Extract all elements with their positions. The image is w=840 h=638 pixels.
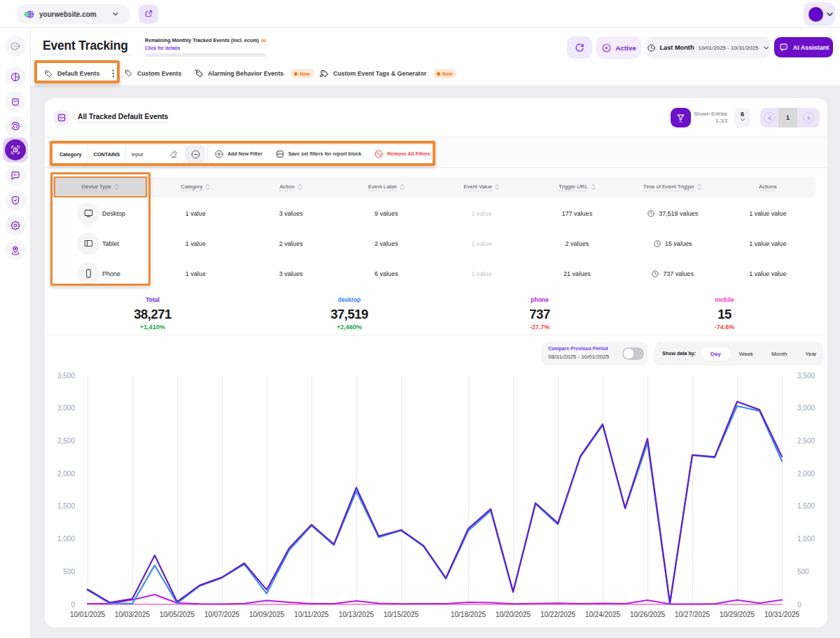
current-page[interactable]: 1 — [778, 108, 797, 127]
filter-chip[interactable]: Category CONTAINS input — [53, 144, 186, 164]
site-logo-icon — [24, 9, 34, 20]
user-menu[interactable] — [804, 2, 835, 26]
column-header[interactable]: Trigger URL — [529, 176, 624, 197]
remaining-label: Remaining Monthly Tracked Events (incl. … — [145, 37, 259, 43]
domain-label: yourwebsite.com — [39, 11, 112, 18]
sidebar-item-privacy[interactable] — [5, 190, 26, 211]
sort-icon[interactable] — [495, 183, 500, 190]
page-size-selector[interactable]: 6 — [734, 108, 750, 127]
clock-icon — [647, 43, 656, 53]
prev-page-button[interactable] — [764, 112, 775, 123]
svg-text:0: 0 — [71, 601, 75, 609]
table-cell: 1 value — [434, 198, 529, 228]
column-label: Action — [279, 183, 294, 191]
table-row[interactable]: Tablet1 value2 values2 values1 value2 va… — [52, 228, 816, 258]
event-tracking-icon — [10, 144, 21, 155]
table-cell: 1 value — [148, 198, 243, 228]
column-header[interactable]: Event Value — [434, 176, 529, 197]
tag-generator-icon — [319, 69, 329, 78]
filter-actions: Add New Filter Save set filters for repo… — [207, 144, 435, 164]
svg-text:10/27/2025: 10/27/2025 — [675, 611, 710, 618]
filter-value[interactable]: input — [126, 151, 148, 158]
column-header[interactable]: Action — [244, 176, 339, 197]
next-page-button[interactable] — [803, 112, 814, 123]
stat-value: 737 — [477, 307, 603, 322]
stat-delta: +1,410% — [90, 324, 216, 331]
sort-icon[interactable] — [400, 183, 405, 190]
tab-custom-events[interactable]: Custom Events — [124, 69, 181, 78]
column-label: Trigger URL — [559, 183, 588, 191]
svg-text:10/11/2025: 10/11/2025 — [294, 611, 329, 618]
column-header[interactable]: Event Label — [339, 176, 434, 197]
column-header[interactable]: Device Type — [52, 176, 148, 197]
sidebar-collapse-button[interactable] — [5, 36, 26, 57]
stat-label: phone — [477, 296, 603, 303]
add-filter-button[interactable]: Add New Filter — [208, 145, 269, 163]
table-cell: 21 values — [529, 258, 624, 289]
table-cell: 6 values — [339, 258, 434, 289]
tab-menu-dots-icon[interactable]: ⋮ — [108, 68, 118, 78]
ai-assistant-button[interactable]: AI Assistant — [774, 37, 833, 57]
arrow-left-icon — [766, 114, 774, 122]
sort-icon[interactable] — [205, 183, 210, 190]
period-range: 10/01/2025 - 10/31/2025 — [699, 45, 759, 51]
sort-icon[interactable] — [697, 183, 702, 190]
series-total — [88, 402, 782, 604]
column-header[interactable]: Category — [148, 176, 243, 197]
column-header[interactable]: Time of Event Trigger — [625, 176, 720, 197]
granularity-week[interactable]: Week — [730, 347, 762, 361]
period-selector[interactable]: Last Month 10/01/2025 - 10/31/2025 — [645, 36, 770, 59]
svg-text:3,000: 3,000 — [797, 404, 815, 412]
column-label: Category — [181, 183, 202, 191]
external-link-icon — [144, 9, 153, 19]
page-title: Event Tracking — [43, 39, 128, 53]
table-cell: 1 value value — [720, 258, 816, 289]
filter-operator[interactable]: CONTAINS — [88, 151, 126, 158]
details-link[interactable]: Click for details — [145, 46, 299, 50]
active-status-button[interactable]: Active — [596, 36, 641, 59]
sort-icon[interactable] — [298, 183, 302, 190]
domain-selector[interactable]: yourwebsite.com — [17, 4, 130, 24]
stat-total: Total38,271+1,410% — [90, 296, 216, 331]
table-cell: 2 values — [339, 228, 434, 258]
table-header: Device TypeCategoryActionEvent LabelEven… — [52, 176, 816, 197]
tab-default-events[interactable]: Default Events ⋮ — [44, 69, 118, 78]
sidebar-item-funnels[interactable] — [5, 116, 26, 137]
table-row[interactable]: Desktop1 value3 values9 values1 value177… — [52, 198, 816, 228]
table-row[interactable]: Phone1 value3 values6 values1 value21 va… — [52, 258, 816, 289]
granularity-day[interactable]: Day — [701, 347, 730, 361]
granularity-year[interactable]: Year — [796, 347, 825, 361]
sidebar-item-feedback[interactable] — [5, 165, 26, 186]
granularity-month[interactable]: Month — [762, 347, 796, 361]
device-label: Phone — [102, 270, 120, 277]
sidebar-item-dashboard[interactable] — [5, 67, 26, 88]
card-header: All Tracked Default Events Shown Entries… — [45, 98, 827, 137]
eraser-icon[interactable] — [169, 149, 178, 159]
chevron-down-icon — [763, 45, 769, 51]
remove-filter-chip-button[interactable] — [186, 144, 204, 164]
content-area: All Tracked Default Events Shown Entries… — [31, 85, 840, 638]
refresh-button[interactable] — [567, 36, 592, 59]
show-data-by: Show data by: DayWeekMonthYear — [654, 342, 823, 366]
pagination: 1 — [760, 108, 820, 127]
shield-check-icon — [10, 195, 21, 206]
compare-previous-period: Compare Previous Period 08/31/2025 - 10/… — [541, 342, 648, 366]
sidebar-item-settings[interactable] — [5, 215, 26, 236]
filter-field[interactable]: Category — [54, 151, 88, 158]
svg-text:10/31/2025: 10/31/2025 — [764, 611, 799, 618]
page-size-value: 6 — [734, 111, 750, 118]
sort-icon[interactable] — [591, 183, 596, 190]
svg-text:500: 500 — [63, 568, 75, 576]
column-header[interactable]: Actions — [720, 176, 816, 197]
sidebar-item-ecommerce[interactable] — [5, 91, 26, 112]
tab-custom-event-tags[interactable]: Custom Event Tags & Generator New — [319, 69, 456, 78]
map-pin-user-icon — [10, 244, 21, 256]
remove-all-filters-button[interactable]: Remove All Filters — [368, 145, 437, 163]
sidebar-item-event-tracking[interactable] — [3, 137, 28, 162]
compare-toggle[interactable] — [622, 347, 644, 360]
sort-icon[interactable] — [114, 183, 119, 190]
save-filters-button[interactable]: Save set filters for report block — [269, 145, 368, 163]
open-site-button[interactable] — [139, 4, 158, 24]
tab-alarming-behavior-events[interactable]: Alarming Behavior Events New — [194, 69, 314, 78]
sidebar-item-geo[interactable] — [5, 240, 26, 261]
